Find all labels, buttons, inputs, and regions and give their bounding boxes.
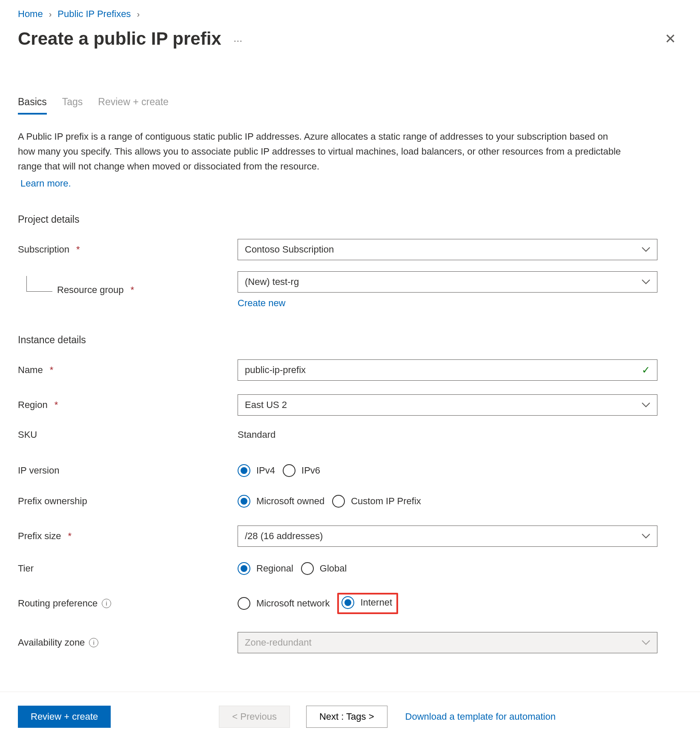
info-icon[interactable]: i bbox=[89, 638, 98, 647]
tab-basics[interactable]: Basics bbox=[18, 96, 47, 115]
prefix-size-select[interactable]: /28 (16 addresses) bbox=[238, 526, 657, 547]
tier-label: Tier bbox=[18, 563, 34, 574]
routing-preference-label: Routing preference bbox=[18, 598, 98, 609]
sku-value: Standard bbox=[238, 429, 275, 440]
chevron-right-icon: › bbox=[49, 10, 52, 18]
description-text: A Public IP prefix is a range of contigu… bbox=[18, 129, 627, 191]
close-icon[interactable]: ✕ bbox=[659, 27, 682, 50]
region-label: Region bbox=[18, 399, 48, 411]
tab-review-create[interactable]: Review + create bbox=[98, 96, 169, 115]
subscription-label: Subscription bbox=[18, 244, 69, 255]
chevron-down-icon bbox=[642, 244, 650, 255]
name-input[interactable]: public-ip-prefix bbox=[238, 359, 657, 381]
tier-regional-radio[interactable]: Regional bbox=[238, 562, 293, 575]
tab-tags[interactable]: Tags bbox=[62, 96, 83, 115]
resource-group-label: Resource group bbox=[57, 284, 124, 296]
chevron-down-icon bbox=[642, 637, 650, 648]
chevron-right-icon: › bbox=[137, 10, 140, 18]
review-create-button[interactable]: Review + create bbox=[18, 706, 111, 728]
prefix-ownership-microsoft-radio[interactable]: Microsoft owned bbox=[238, 495, 324, 508]
routing-pref-microsoft-radio[interactable]: Microsoft network bbox=[238, 597, 330, 610]
prefix-size-label: Prefix size bbox=[18, 531, 61, 542]
ip-version-ipv4-radio[interactable]: IPv4 bbox=[238, 464, 275, 477]
ip-version-label: IP version bbox=[18, 465, 59, 476]
subscription-select[interactable]: Contoso Subscription bbox=[238, 239, 657, 260]
breadcrumb-home[interactable]: Home bbox=[18, 9, 43, 19]
section-project-details: Project details bbox=[18, 214, 682, 225]
previous-button: < Previous bbox=[219, 706, 290, 728]
prefix-ownership-label: Prefix ownership bbox=[18, 496, 87, 507]
region-select[interactable]: East US 2 bbox=[238, 394, 657, 416]
learn-more-link[interactable]: Learn more. bbox=[20, 176, 71, 191]
ip-version-ipv6-radio[interactable]: IPv6 bbox=[283, 464, 320, 477]
tabs: Basics Tags Review + create bbox=[18, 96, 682, 115]
breadcrumb-public-ip-prefixes[interactable]: Public IP Prefixes bbox=[57, 9, 131, 19]
availability-zone-label: Availability zone bbox=[18, 637, 85, 648]
highlighted-routing-option: Internet bbox=[337, 593, 398, 614]
chevron-down-icon bbox=[642, 399, 650, 411]
sku-label: SKU bbox=[18, 429, 37, 440]
resource-group-select[interactable]: (New) test-rg bbox=[238, 271, 657, 293]
chevron-down-icon bbox=[642, 531, 650, 542]
availability-zone-select: Zone-redundant bbox=[238, 632, 657, 653]
next-button[interactable]: Next : Tags > bbox=[306, 706, 387, 728]
chevron-down-icon bbox=[642, 276, 650, 287]
breadcrumb: Home › Public IP Prefixes › bbox=[18, 9, 682, 19]
download-template-link[interactable]: Download a template for automation bbox=[405, 711, 556, 722]
page-title: Create a public IP prefix bbox=[18, 29, 221, 49]
routing-pref-internet-radio[interactable]: Internet bbox=[341, 596, 392, 609]
tier-global-radio[interactable]: Global bbox=[301, 562, 347, 575]
more-icon[interactable]: … bbox=[233, 33, 244, 44]
section-instance-details: Instance details bbox=[18, 334, 682, 346]
footer: Review + create < Previous Next : Tags >… bbox=[0, 692, 700, 741]
name-label: Name bbox=[18, 365, 43, 376]
info-icon[interactable]: i bbox=[102, 599, 111, 608]
create-new-link[interactable]: Create new bbox=[238, 298, 286, 309]
prefix-ownership-custom-radio[interactable]: Custom IP Prefix bbox=[332, 495, 421, 508]
